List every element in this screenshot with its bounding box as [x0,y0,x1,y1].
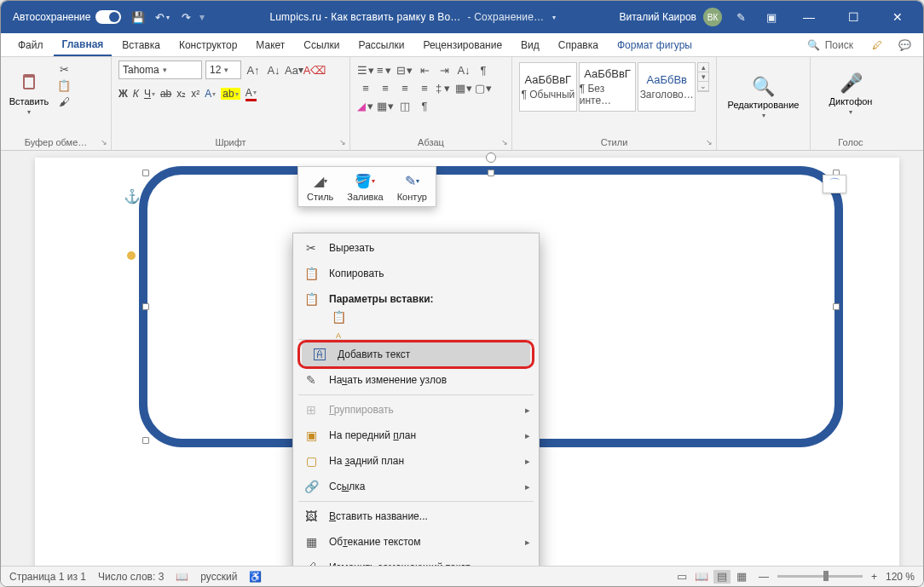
align-right-icon[interactable]: ≡ [396,80,413,95]
superscript-icon[interactable]: x² [191,88,199,100]
tab-design[interactable]: Конструктор [170,35,245,55]
fill-icon[interactable]: ◢▾ [357,98,374,113]
shading-icon[interactable]: ▦▾ [455,80,472,95]
para-mark-icon[interactable]: ¶ [416,98,433,113]
tab-review[interactable]: Рецензирование [414,35,511,55]
indent-right-icon[interactable]: ⇥ [436,62,453,78]
resize-handle[interactable] [142,437,149,444]
ctx-caption[interactable]: 🖼Вставить название... [293,504,539,529]
minimize-button[interactable]: — [790,4,828,30]
styles-scroll[interactable]: ▴▾⌄ [697,62,709,92]
ctx-wrap-text[interactable]: ▦Обтекание текстом▸ [293,529,539,555]
font-name-combo[interactable]: Tahoma▾ [118,60,202,79]
resize-handle[interactable] [488,170,494,176]
font-size-combo[interactable]: 12▾ [205,60,241,79]
layout-options-icon[interactable]: ⌒ [823,175,846,193]
redo-icon[interactable]: ↷ [178,9,193,25]
zoom-slider[interactable] [777,575,863,578]
ctx-copy[interactable]: 📋Копировать [293,261,539,286]
subscript-icon[interactable]: x₂ [176,88,186,100]
dialog-launcher-icon[interactable]: ↘ [706,138,713,147]
ctx-paste-option[interactable]: 📋A [293,312,539,337]
resize-handle[interactable] [142,303,149,310]
numbering-icon[interactable]: ≡▾ [377,62,394,78]
text-effects-icon[interactable]: A▾ [205,88,216,100]
save-icon[interactable]: 💾 [130,9,146,25]
ctx-link[interactable]: 🔗Ссылка▸ [293,474,539,499]
web-view-icon[interactable]: ▦ [733,570,750,584]
shape-outline-button[interactable]: ✎▾Контур [390,170,434,204]
style-normal[interactable]: АаБбВвГ¶ Обычный [519,62,577,112]
tab-layout[interactable]: Макет [247,35,293,55]
borders-icon[interactable]: ▢▾ [475,80,492,95]
align-center-icon[interactable]: ≡ [377,80,394,95]
maximize-button[interactable]: ☐ [834,4,872,30]
copy-icon[interactable]: 📋 [55,78,72,92]
cut-icon[interactable]: ✂ [55,62,72,76]
change-case-icon[interactable]: Aa▾ [286,63,303,77]
tab-view[interactable]: Вид [512,35,548,55]
tab-references[interactable]: Ссылки [295,35,348,55]
language-indicator[interactable]: русский [200,571,237,583]
line-spacing-icon[interactable]: ‡▾ [436,80,453,95]
comments-button[interactable]: 💬 [894,35,915,55]
share-button[interactable]: 🖊 [867,35,887,55]
bullets-icon[interactable]: ☰▾ [357,62,374,78]
avatar[interactable]: ВК [703,8,722,26]
underline-icon[interactable]: Ч▾ [144,88,155,100]
adjust-handle[interactable] [127,251,136,260]
undo-icon[interactable]: ↶▾ [154,9,170,25]
strike-icon[interactable]: ab [160,88,171,100]
chevron-down-icon[interactable]: ▾ [552,14,556,21]
align-left-icon[interactable]: ≡ [357,80,374,95]
dialog-launcher-icon[interactable]: ↘ [101,138,107,147]
rotate-handle[interactable] [486,153,496,163]
format-painter-icon[interactable]: 🖌 [55,95,72,108]
toggle-switch[interactable] [95,10,121,24]
style-heading1[interactable]: АаБбВвЗаголово… [638,62,696,112]
table-icon[interactable]: ▦▾ [377,98,394,113]
ctx-add-text[interactable]: 🄰Добавить текст [293,342,539,367]
ribbon-display-icon[interactable]: ▣ [764,9,779,25]
zoom-in-icon[interactable]: + [871,571,877,583]
find-button[interactable]: 🔍 Редактирование ▾ [725,65,802,131]
clear-format-icon[interactable]: A⌫ [306,63,323,77]
font-color-icon[interactable]: A▾ [245,87,257,101]
multilevel-icon[interactable]: ⊟▾ [396,62,413,78]
highlight-icon[interactable]: ab▾ [221,88,240,100]
zoom-out-icon[interactable]: — [759,571,769,583]
page-indicator[interactable]: Страница 1 из 1 [9,571,86,583]
resize-handle[interactable] [142,170,149,176]
tab-mailings[interactable]: Рассылки [350,35,413,55]
sort-icon[interactable]: A↓ [455,62,472,78]
indent-left-icon[interactable]: ⇤ [416,62,433,78]
print-view-icon[interactable]: ▤ [713,570,731,584]
close-button[interactable]: ✕ [879,4,916,30]
read-view-icon[interactable]: 📖 [693,570,710,584]
eraser-icon[interactable]: ◫ [396,98,413,113]
show-marks-icon[interactable]: ¶ [475,62,492,78]
tab-insert[interactable]: Вставка [113,35,169,55]
paste-button[interactable]: Вставить ▾ [8,60,50,127]
tab-home[interactable]: Главная [54,34,113,56]
accessibility-icon[interactable]: ♿ [249,571,262,583]
pen-icon[interactable]: ✎ [733,9,748,25]
tab-shape-format[interactable]: Формат фигуры [609,35,701,55]
dialog-launcher-icon[interactable]: ↘ [501,138,508,147]
justify-icon[interactable]: ≡ [416,80,433,95]
focus-view-icon[interactable]: ▭ [673,570,690,584]
spellcheck-icon[interactable]: 📖 [176,571,188,583]
ctx-bring-front[interactable]: ▣На передний план▸ [293,423,539,448]
shrink-font-icon[interactable]: A↓ [265,63,282,77]
tab-file[interactable]: Файл [9,35,52,55]
resize-handle[interactable] [833,303,840,310]
tab-help[interactable]: Справка [550,35,607,55]
anchor-icon[interactable]: ⚓ [124,188,141,204]
zoom-level[interactable]: 120 % [886,571,915,583]
dictate-button[interactable]: 🎤 Диктофон ▾ [829,60,872,127]
word-count[interactable]: Число слов: 3 [98,571,164,583]
search-box[interactable]: 🔍Поиск [800,39,860,51]
ctx-cut[interactable]: ✂Вырезать [293,235,539,261]
bold-icon[interactable]: Ж [118,88,128,100]
ctx-edit-points[interactable]: ✎Начать изменение узлов [293,367,539,393]
